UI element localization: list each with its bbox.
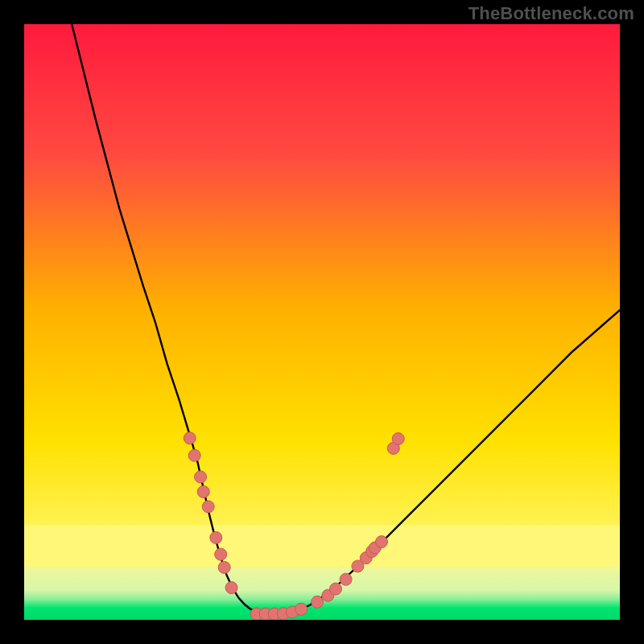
data-dot xyxy=(225,582,237,594)
data-dot xyxy=(195,471,207,483)
data-dot xyxy=(188,449,200,461)
data-dot xyxy=(392,433,404,445)
data-dot xyxy=(215,548,227,560)
dot-cluster-left xyxy=(184,432,237,594)
dot-cluster-right xyxy=(312,433,405,609)
data-dot xyxy=(295,603,308,615)
outer-frame: TheBottleneck.com xyxy=(0,0,644,644)
data-dot xyxy=(184,432,196,444)
dot-cluster-bottom xyxy=(250,603,308,620)
data-dot xyxy=(210,531,222,543)
data-dot xyxy=(218,561,230,573)
plot-area xyxy=(24,24,620,620)
data-dot xyxy=(376,536,388,548)
data-dot xyxy=(340,573,352,585)
data-dot xyxy=(202,501,214,513)
watermark-text: TheBottleneck.com xyxy=(469,3,634,24)
data-dot xyxy=(312,596,324,608)
data-dot xyxy=(330,583,342,595)
data-dot xyxy=(197,485,209,497)
bottleneck-curve xyxy=(72,24,620,614)
chart-svg xyxy=(24,24,620,620)
